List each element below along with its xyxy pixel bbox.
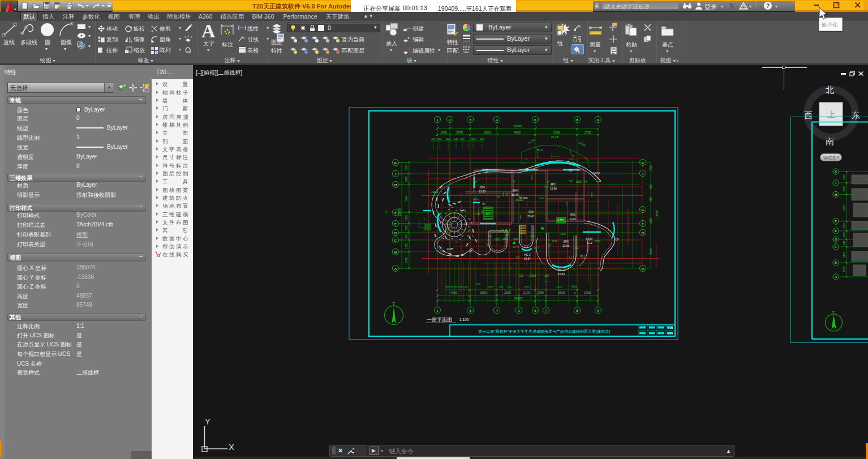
svg-text:13500: 13500 — [398, 208, 401, 216]
svg-text:D: D — [394, 231, 397, 235]
svg-text:房间: 房间 — [563, 239, 569, 243]
svg-text:2800: 2800 — [504, 291, 511, 294]
svg-text:2130: 2130 — [529, 234, 535, 237]
svg-text:78.43: 78.43 — [527, 215, 534, 218]
svg-text:北: 北 — [393, 301, 396, 305]
svg-text:C: C — [835, 244, 837, 248]
svg-text:4300: 4300 — [450, 291, 457, 294]
svg-text:H: H — [835, 192, 837, 196]
svg-text:2800: 2800 — [576, 181, 582, 183]
svg-text:1390: 1390 — [843, 223, 845, 229]
svg-text:E: E — [642, 222, 644, 226]
svg-text:2700: 2700 — [456, 131, 463, 134]
svg-text:R5.1: R5.1 — [580, 255, 586, 258]
svg-text:5100: 5100 — [843, 252, 845, 258]
svg-text:5: 5 — [518, 308, 520, 313]
svg-text:45.7: 45.7 — [534, 247, 539, 250]
svg-text:29.45°: 29.45° — [551, 135, 560, 139]
svg-text:2700: 2700 — [585, 131, 591, 134]
svg-text:3: 3 — [469, 308, 471, 313]
svg-text:房间: 房间 — [570, 213, 575, 217]
svg-text:280: 280 — [544, 274, 549, 277]
svg-text:900: 900 — [495, 238, 500, 241]
svg-text:1950: 1950 — [405, 215, 408, 221]
svg-text:1844: 1844 — [556, 285, 562, 288]
svg-text:D: D — [835, 237, 837, 241]
svg-text:915: 915 — [499, 285, 504, 288]
svg-text:2: 2 — [449, 118, 451, 122]
svg-text:房间: 房间 — [528, 210, 534, 214]
svg-text:J: J — [642, 171, 644, 176]
svg-text:1900: 1900 — [440, 131, 447, 134]
svg-text:C: C — [394, 238, 397, 243]
svg-text:房间: 房间 — [587, 237, 592, 241]
svg-text:2100: 2100 — [523, 291, 530, 294]
svg-text:900: 900 — [437, 138, 442, 140]
svg-text:3300: 3300 — [480, 291, 487, 294]
svg-text:1950: 1950 — [405, 243, 408, 249]
svg-text:425: 425 — [650, 185, 652, 189]
svg-text:2100: 2100 — [843, 267, 845, 272]
svg-text:C2: C2 — [525, 169, 528, 172]
svg-text:3400: 3400 — [405, 195, 408, 201]
svg-text:1012: 1012 — [507, 285, 513, 288]
svg-text:一层平面图: 一层平面图 — [427, 317, 452, 323]
svg-text:餐厅: 餐厅 — [551, 182, 556, 186]
svg-text:5.12: 5.12 — [587, 242, 592, 244]
svg-text:HC-6: HC-6 — [537, 149, 543, 152]
svg-text:1250: 1250 — [650, 217, 652, 224]
svg-text:28.86: 28.86 — [539, 197, 545, 200]
svg-text:850: 850 — [650, 197, 652, 201]
svg-text:1480: 1480 — [537, 291, 544, 294]
svg-text:房间: 房间 — [512, 188, 518, 192]
svg-text:4: 4 — [496, 118, 498, 122]
svg-text:120: 120 — [488, 234, 492, 237]
svg-text:4500: 4500 — [650, 248, 652, 254]
svg-text:R3000: R3000 — [431, 191, 439, 194]
svg-text:▲: ▲ — [423, 217, 426, 220]
svg-text:900: 900 — [405, 234, 408, 238]
svg-text:1400: 1400 — [405, 176, 408, 182]
svg-text:13500: 13500 — [655, 210, 659, 218]
svg-text:120: 120 — [485, 213, 490, 216]
svg-text:19.43: 19.43 — [512, 194, 518, 196]
svg-text:640: 640 — [454, 138, 458, 140]
svg-text:H: H — [394, 183, 397, 187]
svg-text:51.84: 51.84 — [558, 273, 565, 276]
svg-text:1: 1 — [436, 308, 439, 313]
svg-text:120: 120 — [568, 180, 573, 183]
svg-text:45.77: 45.77 — [513, 246, 519, 248]
svg-text:1760: 1760 — [573, 247, 579, 250]
svg-text:1-21: 1-21 — [668, 327, 673, 329]
svg-text:1:100: 1:100 — [459, 318, 469, 321]
svg-text:120: 120 — [476, 213, 480, 216]
svg-text:2700: 2700 — [584, 291, 591, 294]
svg-text:第十二届“高教杯”全国大学生先进成图技术与产品信息建模创新大: 第十二届“高教杯”全国大学生先进成图技术与产品信息建模创新大赛(建筑类) — [478, 329, 610, 334]
svg-text:2130: 2130 — [552, 240, 558, 243]
svg-text:房间: 房间 — [479, 185, 485, 189]
svg-text:J: J — [835, 181, 837, 185]
svg-text:北: 北 — [832, 310, 835, 314]
svg-text:7: 7 — [545, 308, 547, 313]
svg-text:8: 8 — [576, 118, 578, 122]
svg-text:120: 120 — [519, 274, 523, 277]
svg-text:A: A — [641, 267, 644, 271]
svg-text:N3: N3 — [506, 234, 509, 237]
svg-text:F: F — [394, 211, 397, 215]
svg-text:800: 800 — [450, 285, 454, 288]
svg-text:8.A3: 8.A3 — [570, 218, 575, 221]
svg-text:C3: C3 — [569, 169, 572, 172]
svg-text:-0.600: -0.600 — [592, 172, 600, 175]
svg-text:B: B — [835, 260, 837, 264]
svg-text:16.80: 16.80 — [550, 187, 557, 190]
svg-text:9: 9 — [597, 308, 599, 313]
svg-text:1500: 1500 — [650, 165, 652, 171]
svg-text:B: B — [574, 292, 575, 295]
svg-text:4900: 4900 — [514, 131, 521, 134]
svg-text:K: K — [835, 169, 837, 173]
svg-text:800: 800 — [454, 285, 459, 288]
svg-text:2000: 2000 — [470, 138, 476, 140]
svg-text:2150: 2150 — [405, 257, 408, 263]
svg-text:1500: 1500 — [405, 165, 408, 171]
svg-text:650: 650 — [480, 138, 484, 140]
